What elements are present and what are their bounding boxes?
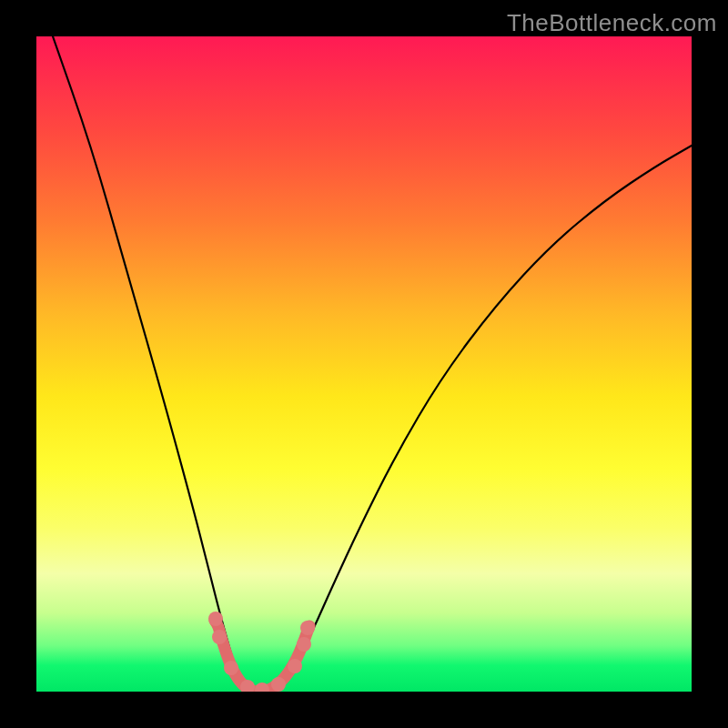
scatter-point-1 bbox=[212, 630, 227, 644]
watermark-text: TheBottleneck.com bbox=[507, 9, 717, 37]
scatter-point-7 bbox=[297, 637, 311, 652]
series-right-curve bbox=[260, 146, 692, 692]
scatter-point-2 bbox=[224, 661, 238, 675]
scatter-point-6 bbox=[288, 659, 302, 673]
arc-layer bbox=[215, 621, 309, 692]
scatter-point-5 bbox=[271, 677, 286, 692]
curve-layer bbox=[53, 36, 692, 692]
chart-plot-area bbox=[36, 36, 692, 692]
scatter-point-4 bbox=[255, 682, 269, 692]
scatter-point-0 bbox=[208, 612, 223, 626]
chart-svg bbox=[36, 36, 692, 692]
series-left-curve bbox=[53, 36, 260, 692]
series-bottom-arc bbox=[215, 621, 309, 692]
chart-frame: TheBottleneck.com bbox=[0, 0, 728, 728]
scatter-point-8 bbox=[300, 621, 315, 635]
